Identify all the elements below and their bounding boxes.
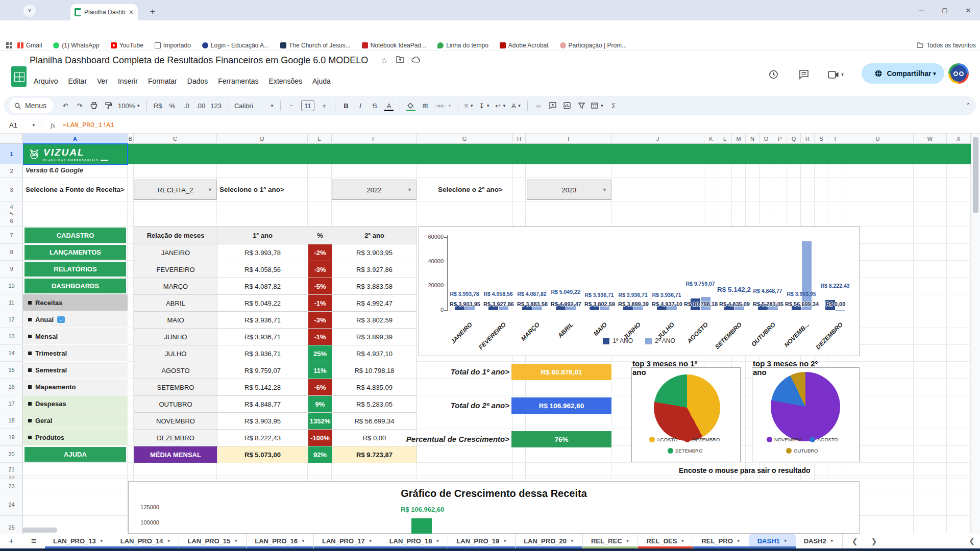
horizontal-align-button[interactable]: ≡▼ — [462, 99, 476, 112]
all-sheets-button[interactable]: ≡ — [22, 534, 45, 548]
column-header-F[interactable]: F — [332, 134, 416, 144]
print-button[interactable] — [87, 99, 101, 112]
column-header-D[interactable]: D — [217, 134, 308, 144]
column-header-W[interactable]: W — [914, 134, 947, 144]
row-header-7[interactable]: 7 — [0, 227, 23, 244]
scrollbar-thumb[interactable] — [973, 137, 978, 213]
sidebar-button-lançamentos[interactable]: LANÇAMENTOS — [24, 244, 127, 260]
window-minimize-button[interactable]: ─ — [910, 0, 933, 20]
sheet-tab-menu-icon[interactable]: ▼ — [100, 539, 104, 543]
bookmark-item[interactable]: Importado — [155, 42, 191, 49]
tab-search-chevron-icon[interactable]: ˅ — [23, 5, 36, 17]
column-header-R[interactable]: R — [801, 134, 815, 144]
format-currency-button[interactable]: R$ — [151, 99, 164, 112]
tab-close-icon[interactable]: ✕ — [129, 9, 134, 16]
sheet-tab-menu-icon[interactable]: ▼ — [301, 539, 305, 543]
account-avatar[interactable] — [948, 63, 969, 84]
row-header-10[interactable]: 10 — [0, 278, 23, 294]
column-header-B[interactable]: B — [128, 134, 134, 144]
functions-button[interactable]: Σ — [607, 99, 620, 112]
sheet-tab-menu-icon[interactable]: ▼ — [570, 539, 574, 543]
row-header-20[interactable]: 20 — [0, 446, 23, 463]
column-header-O[interactable]: O — [760, 134, 773, 144]
row-header-18[interactable]: 18 — [0, 412, 23, 429]
move-to-folder-icon[interactable] — [396, 56, 404, 63]
paint-format-button[interactable] — [102, 99, 115, 112]
row-header-8[interactable]: 8 — [0, 244, 23, 261]
bookmark-item[interactable]: Login - Educação A... — [202, 42, 269, 49]
sidebar-button-relatórios[interactable]: RELATÓRIOS — [24, 261, 127, 277]
menu-extensões[interactable]: Extensões — [265, 76, 306, 87]
row-header-23[interactable]: 23 — [0, 479, 23, 493]
sidebar-button-ajuda[interactable]: AJUDA — [24, 446, 127, 462]
column-header-X[interactable]: X — [947, 134, 971, 144]
more-formats-button[interactable]: 123 — [208, 99, 224, 112]
increase-decimals-button[interactable]: .00 — [194, 99, 207, 112]
back-arrow-icon[interactable]: ← — [57, 316, 65, 323]
sidebar-button-dashboards[interactable]: DASHBOARDS — [24, 278, 127, 294]
increase-font-size-button[interactable]: + — [317, 99, 331, 112]
decrease-decimals-button[interactable]: .0 — [180, 99, 193, 112]
growth-chart[interactable]: Gráfico de Crescimento dessa Receita R$ … — [128, 481, 860, 534]
column-header-G[interactable]: G — [416, 134, 513, 144]
row-header-17[interactable]: 17 — [0, 395, 23, 412]
table-views-button[interactable]: ▼ — [589, 99, 606, 112]
sheets-app-icon[interactable] — [11, 66, 27, 87]
share-dropdown-icon[interactable]: ▼ — [932, 63, 944, 84]
sidebar-item-trimestral[interactable]: Trimestral — [23, 345, 128, 362]
bookmark-item[interactable]: Participação | Prom... — [560, 42, 627, 49]
bookmark-item[interactable]: The Church of Jesus... — [280, 42, 351, 49]
all-bookmarks-button[interactable]: Todos os favoritos — [917, 42, 976, 49]
row-header-13[interactable]: 13 — [0, 328, 23, 345]
row-header-4[interactable]: 4 — [0, 202, 23, 212]
redo-button[interactable]: ↷ — [73, 99, 86, 112]
sidebar-item-semestral[interactable]: Semestral — [23, 362, 128, 379]
strikethrough-button[interactable]: S — [368, 99, 381, 112]
cloud-saved-icon[interactable] — [411, 56, 421, 63]
sheet-tab-menu-icon[interactable]: ▼ — [503, 539, 507, 543]
column-header-P[interactable]: P — [773, 134, 787, 144]
menu-ferramentas[interactable]: Ferramentas — [214, 76, 262, 87]
sheet-tab-menu-icon[interactable]: ▼ — [680, 539, 684, 543]
borders-button[interactable]: ⊞ — [419, 99, 432, 112]
pie-chart-year2[interactable] — [771, 372, 840, 441]
column-header-A[interactable]: A — [23, 134, 128, 144]
column-header-T[interactable]: T — [828, 134, 842, 144]
row-header-1[interactable]: 1 — [0, 144, 23, 164]
window-maximize-button[interactable]: ▢ — [933, 0, 957, 20]
sidebar-item-geral[interactable]: Geral — [23, 412, 128, 429]
menu-arquivo[interactable]: Arquivo — [30, 76, 62, 87]
column-header-S[interactable]: S — [815, 134, 828, 144]
menu-formatar[interactable]: Formatar — [144, 76, 181, 87]
sheet-tab-dash2[interactable]: DASH2▼ — [796, 534, 843, 548]
sheet-tab-lan_pro_14[interactable]: LAN_PRO_14▼ — [112, 534, 180, 548]
column-header-J[interactable]: J — [611, 134, 704, 144]
row-header-9[interactable]: 9 — [0, 261, 23, 278]
year1-selector-dropdown[interactable]: 2022▼ — [332, 180, 416, 200]
undo-button[interactable]: ↶ — [59, 99, 72, 112]
text-color-button[interactable]: A — [382, 99, 396, 112]
bookmark-item[interactable]: Gmail — [17, 42, 42, 49]
grid-corner[interactable] — [0, 134, 23, 144]
sheet-tab-menu-icon[interactable]: ▼ — [783, 539, 788, 543]
sheet-tab-rel_pro[interactable]: REL_PRO▼ — [693, 534, 749, 548]
row-header-21[interactable]: 21 — [0, 463, 23, 476]
hide-toolbar-icon[interactable]: ⌃ — [966, 102, 971, 109]
source-selector-dropdown[interactable]: RECEITA_2▼ — [134, 180, 217, 200]
column-header-L[interactable]: L — [718, 134, 732, 144]
sheet-tab-menu-icon[interactable]: ▼ — [435, 539, 439, 543]
sheet-tab-rel_rec[interactable]: REL_REC▼ — [583, 534, 639, 548]
fill-color-button[interactable] — [404, 99, 418, 112]
sheet-tab-dash1[interactable]: DASH1▼ — [749, 534, 796, 548]
column-header-C[interactable]: C — [134, 134, 217, 144]
column-header-M[interactable]: M — [732, 134, 746, 144]
sheet-tab-menu-icon[interactable]: ▼ — [626, 539, 630, 543]
sidebar-item-produtos[interactable]: Produtos — [23, 429, 128, 446]
sidebar-item-mensal[interactable]: Mensal — [23, 328, 128, 345]
pie-chart-year1[interactable] — [654, 374, 720, 441]
sheet-tab-lan_pro_16[interactable]: LAN_PRO_16▼ — [247, 534, 314, 548]
create-filter-button[interactable] — [575, 99, 588, 112]
row-header-15[interactable]: 15 — [0, 362, 23, 379]
sidebar-item-receitas[interactable]: Receitas — [23, 294, 128, 311]
vertical-align-button[interactable]: ↧▼ — [477, 99, 492, 112]
